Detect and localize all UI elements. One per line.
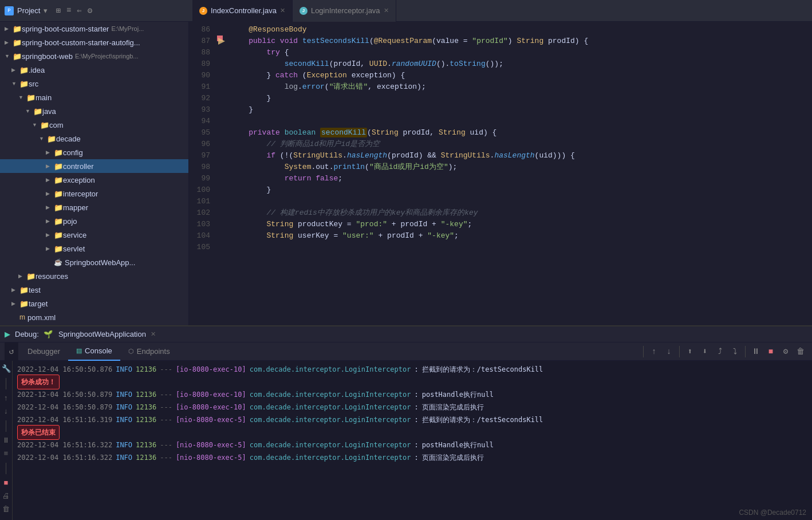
wrench-icon[interactable]: 🔧 [2,364,11,373]
tree-item-target[interactable]: ▶ 📁 target [0,297,188,310]
tree-item-pojo[interactable]: ▶ 📁 pojo [0,214,188,228]
log-line-1: 2022-12-04 16:50:50.876 INFO 12136 --- [… [13,363,812,376]
code-line-86: @ResponseBody [231,24,812,36]
tab-console[interactable]: ▤ Console [68,342,120,361]
project-dropdown-arrow[interactable]: ▾ [44,6,48,15]
code-line-100: } [231,184,812,196]
tree-item-servlet[interactable]: ▶ 📁 servlet [0,242,188,255]
list-icon[interactable]: ≡ [66,6,71,15]
tab-index-controller-label: IndexController.java [211,6,277,15]
settings-btn[interactable]: ⚙ [779,345,793,359]
log-level-7: INFO [116,439,132,451]
up-scroll-icon[interactable]: ↑ [2,394,11,403]
editor-gutter [215,22,226,325]
log-class-1: com.decade.interceptor.LoginInterceptor [250,363,411,376]
log-thread-7: [nio-8080-exec-5] [176,439,246,451]
tree-item-springboot-app-label: SpringbootWebApp... [65,258,135,267]
arrow-expanded: ▼ [5,53,13,59]
tree-item-main[interactable]: ▼ 📁 main [0,90,188,104]
tree-item-autofig[interactable]: ▶ 📁 spring-boot-custom-starter-autofig..… [0,36,188,49]
tree-item-test[interactable]: ▶ 📁 test [0,283,188,297]
tree-item-resources[interactable]: ▶ 📁 resources [0,269,188,283]
tree-item-service-label: service [63,231,86,239]
pause-icon[interactable]: ⏸ [2,436,11,445]
tree-item-pom[interactable]: ▶ m pom.xml [0,310,188,324]
log-pid-3: 12136 [136,388,156,401]
stop-btn[interactable]: ■ [764,345,778,359]
code-line-88: try { [231,47,812,58]
log-dashes-7: --- [160,439,172,451]
tab-index-controller[interactable]: J IndexController.java ✕ [192,0,293,22]
debug-side-icons: ↺ [5,342,18,361]
editor-area: 86 87 88 89 90 91 92 93 94 95 96 97 98 9… [189,22,812,325]
divider-2 [679,346,680,357]
folder-icon-controller: 📁 [54,162,63,171]
folder-icon-service: 📁 [54,231,63,239]
tree-item-com[interactable]: ▼ 📁 com [0,118,188,132]
tree-item-com-label: com [49,121,64,129]
tree-item-java[interactable]: ▼ 📁 java [0,104,188,118]
folder-icon-java: 📁 [33,107,42,116]
tree-item-interceptor[interactable]: ▶ 📁 interceptor [0,187,188,200]
tree-item-service[interactable]: ▶ 📁 service [0,228,188,242]
debug-label: Debug: [15,330,39,338]
export-btn[interactable]: ⤴ [713,345,727,359]
debug-header-close[interactable]: ✕ [151,330,156,338]
tree-item-config[interactable]: ▶ 📁 config [0,145,188,159]
arrow-expanded-3: ▼ [18,94,26,100]
tab-debugger[interactable]: Debugger [19,342,68,361]
rerun-btn[interactable]: ↺ [5,345,18,359]
log-thread-8: [nio-8080-exec-5] [176,451,246,464]
svg-marker-0 [218,38,225,45]
pause-btn[interactable]: ⏸ [749,345,763,359]
folder-icon-com: 📁 [40,121,49,129]
debug-run-icon: ▶ [5,330,10,338]
down-btn[interactable]: ↓ [662,345,676,359]
tab-endpoints[interactable]: ⬡ Endpoints [120,342,178,361]
tree-item-mapper[interactable]: ▶ 📁 mapper [0,200,188,214]
code-editor[interactable]: @ResponseBody public void testSecondsKil… [226,22,812,325]
tree-item-springboot-web[interactable]: ▼ 📁 springboot-web E:\MyProject\springb.… [0,49,188,63]
line-numbers: 86 87 88 89 90 91 92 93 94 95 96 97 98 9… [189,22,215,325]
tree-item-idea-label: .idea [29,66,45,74]
code-line-93: } [231,104,812,116]
tree-item-interceptor-label: interceptor [63,190,98,198]
trash-icon[interactable]: 🗑 [2,505,11,514]
tree-item-src[interactable]: ▼ 📁 src [0,77,188,90]
endpoints-icon: ⬡ [128,348,134,355]
editor-tabs: J IndexController.java ✕ J LoginIntercep… [192,0,807,22]
arrow-collapsed-exception: ▶ [46,177,54,183]
log-level-5: INFO [116,413,132,426]
print-icon[interactable]: 🖨 [2,492,11,501]
tree-item-spring-boot-custom-starter[interactable]: ▶ 📁 spring-boot-custom-starter E:\MyProj… [0,22,188,36]
tree-item-controller[interactable]: ▶ 📁 controller [0,159,188,173]
up-btn[interactable]: ↑ [647,345,661,359]
tree-item-main-label: main [36,93,52,102]
log-dashes-8: --- [160,451,172,464]
import-btn[interactable]: ⤵ [728,345,742,359]
debugger-tab-label: Debugger [27,347,60,356]
log-sep-4: : [414,401,418,413]
upload-btn[interactable]: ⬆ [683,345,697,359]
tree-item-exception[interactable]: ▶ 📁 exception [0,173,188,187]
tab-login-interceptor-close[interactable]: ✕ [384,7,389,14]
folder-icon-idea: 📁 [19,66,29,74]
tree-item-idea[interactable]: ▶ 📁 .idea [0,63,188,77]
layout-icon[interactable]: ⊞ [56,6,60,15]
log-line-3: 2022-12-04 16:50:50.879 INFO 12136 --- [… [13,388,812,401]
tab-login-interceptor[interactable]: J LoginInterceptor.java ✕ [293,0,396,22]
tab-index-controller-close[interactable]: ✕ [280,7,285,14]
tree-item-decade[interactable]: ▼ 📁 decade [0,132,188,145]
folder-icon-src: 📁 [19,80,29,88]
log-thread-4: [io-8080-exec-10] [176,401,246,413]
collapse-icon[interactable]: ⇐ [77,6,81,15]
trash-btn[interactable]: 🗑 [794,345,807,359]
tree-item-springboot-app[interactable]: ▶ ☕ SpringbootWebApp... [0,255,188,269]
log-line-4: 2022-12-04 16:50:50.879 INFO 12136 --- [… [13,401,812,413]
down-scroll-icon[interactable]: ↓ [2,407,11,416]
list-icon[interactable]: ≡ [2,450,11,458]
download-btn[interactable]: ⬇ [698,345,712,359]
log-line-8: 2022-12-04 16:51:16.322 INFO 12136 --- [… [13,451,812,464]
settings-icon[interactable]: ⚙ [88,6,92,15]
stop-icon[interactable]: ■ [2,479,11,487]
